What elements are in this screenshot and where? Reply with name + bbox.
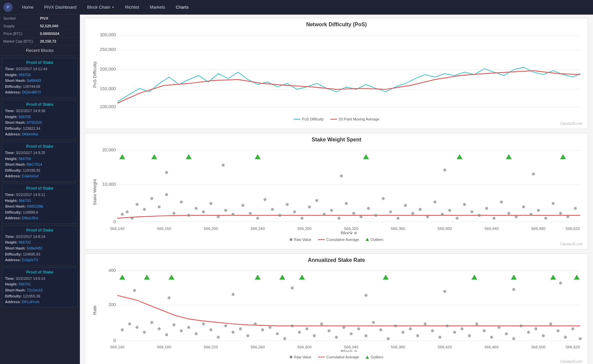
svg-marker-205 bbox=[550, 274, 556, 279]
svg-point-45 bbox=[224, 209, 227, 212]
block-hash-link[interactable]: f2791025 bbox=[27, 120, 42, 124]
navbar: P Home PIVX Dashboard Block Chain ▼ Rich… bbox=[0, 0, 593, 15]
nav-home[interactable]: Home bbox=[17, 0, 39, 15]
network-difficulty-section: Network Difficulty (PoS) 300,000 250,000… bbox=[85, 18, 588, 129]
svg-marker-202 bbox=[383, 274, 389, 279]
block-hash-link[interactable]: 548e045f bbox=[27, 246, 42, 250]
block-address-link[interactable]: DKbrmKix bbox=[22, 132, 39, 136]
block-card-type: Proof of Stake bbox=[5, 186, 75, 191]
svg-text:Rate: Rate bbox=[92, 305, 97, 315]
block-height-link[interactable]: 566704 bbox=[19, 157, 31, 161]
block-time: Time: 3/22/2017 14:9:38 bbox=[5, 108, 75, 114]
svg-point-125 bbox=[121, 328, 124, 331]
svg-point-154 bbox=[335, 336, 338, 339]
info-value: PIVX bbox=[37, 15, 80, 22]
svg-point-53 bbox=[286, 203, 289, 206]
info-row: Supply52,520,040 bbox=[0, 22, 80, 30]
svg-point-131 bbox=[165, 333, 168, 336]
annualized-stake-title: Annualized Stake Rate bbox=[90, 257, 583, 263]
legend-raw-label-sw: Raw Value bbox=[294, 238, 311, 242]
svg-point-62 bbox=[352, 212, 355, 215]
pos-difficulty-line-icon bbox=[294, 119, 300, 119]
nav-dashboard[interactable]: PIVX Dashboard bbox=[39, 0, 82, 15]
nav-blockchain[interactable]: Block Chain ▼ bbox=[82, 0, 120, 15]
block-card-type: Proof of Stake bbox=[5, 144, 75, 149]
svg-point-170 bbox=[453, 331, 456, 334]
block-difficulty: Difficulty: 119190.26 bbox=[5, 168, 75, 174]
block-hash-link[interactable]: 72c2ec15 bbox=[27, 288, 43, 292]
svg-point-153 bbox=[328, 329, 331, 332]
block-address: Address: DFLuFrrxh bbox=[5, 299, 75, 305]
svg-point-168 bbox=[439, 336, 442, 339]
svg-point-192 bbox=[365, 294, 368, 297]
nav-markets[interactable]: Markets bbox=[145, 0, 170, 15]
block-height-link[interactable]: 566701 bbox=[19, 282, 31, 286]
svg-point-139 bbox=[224, 324, 227, 327]
block-hash-link[interactable]: 6fe17514 bbox=[27, 162, 42, 166]
svg-text:566,440: 566,440 bbox=[484, 227, 499, 231]
annualized-stake-chart: Rate 400 200 0 566,140 566,180 566,220 5… bbox=[90, 266, 583, 352]
block-card: Proof of Stake Time: 3/22/2017 14:9:25 H… bbox=[2, 142, 78, 182]
stake-weight-svg: Stake Weight 20,000 10,000 0 566,140 566… bbox=[90, 145, 583, 234]
info-row: SymbolPIVX bbox=[0, 15, 80, 22]
svg-point-35 bbox=[150, 197, 153, 200]
svg-point-55 bbox=[301, 217, 304, 220]
svg-point-141 bbox=[239, 327, 242, 330]
svg-point-65 bbox=[374, 214, 377, 217]
nav-charts[interactable]: Charts bbox=[170, 0, 194, 15]
svg-point-88 bbox=[544, 217, 547, 220]
block-address-link[interactable]: DFLuFrrxh bbox=[22, 300, 40, 304]
svg-point-179 bbox=[520, 324, 523, 327]
svg-point-136 bbox=[202, 322, 205, 325]
block-card-type: Proof of Stake bbox=[5, 60, 75, 65]
svg-point-149 bbox=[298, 331, 301, 334]
svg-point-54 bbox=[293, 211, 296, 214]
svg-point-173 bbox=[475, 322, 478, 325]
svg-point-64 bbox=[367, 207, 370, 210]
block-time: Time: 3/22/2017 14:8:14 bbox=[5, 234, 75, 240]
svg-point-194 bbox=[512, 288, 515, 291]
svg-point-147 bbox=[283, 337, 286, 340]
svg-point-145 bbox=[268, 326, 271, 329]
svg-point-46 bbox=[231, 213, 234, 216]
block-card-type: Proof of Stake bbox=[5, 228, 75, 233]
block-hash-link[interactable]: 0af6fd93 bbox=[27, 79, 41, 83]
svg-text:Block #: Block # bbox=[341, 349, 357, 352]
block-hash-link[interactable]: 6965239b bbox=[27, 204, 43, 208]
svg-text:566,300: 566,300 bbox=[297, 345, 312, 349]
svg-marker-203 bbox=[471, 274, 477, 279]
svg-point-37 bbox=[165, 193, 168, 196]
svg-text:566,460: 566,460 bbox=[484, 345, 499, 349]
block-height-link[interactable]: 566705 bbox=[19, 115, 31, 119]
main-layout: SymbolPIVXSupply52,520,040Price (BTC)0.0… bbox=[0, 15, 593, 364]
svg-point-32 bbox=[131, 217, 134, 220]
svg-text:566,420: 566,420 bbox=[438, 345, 452, 349]
block-short-hash: Short Hash: 6fe17514 bbox=[5, 162, 75, 168]
svg-point-57 bbox=[315, 199, 318, 202]
svg-point-183 bbox=[549, 322, 552, 325]
svg-point-49 bbox=[256, 217, 259, 220]
nav-richlist[interactable]: Richlist bbox=[120, 0, 145, 15]
block-address-link[interactable]: DJaHxGvf bbox=[22, 174, 39, 178]
block-height-link[interactable]: 566703 bbox=[19, 199, 31, 203]
block-height-link[interactable]: 566706 bbox=[19, 73, 31, 77]
svg-point-66 bbox=[382, 197, 385, 200]
svg-point-169 bbox=[446, 324, 449, 327]
main-content: Network Difficulty (PoS) 300,000 250,000… bbox=[80, 15, 593, 364]
svg-point-84 bbox=[515, 215, 518, 218]
network-difficulty-chart: 300,000 250,000 200,000 150,000 100,000 … bbox=[90, 30, 583, 114]
block-address-link[interactable]: DJ1pIV73 bbox=[22, 258, 38, 262]
block-address-link[interactable]: DMuLlSnt bbox=[22, 216, 38, 220]
block-address-link[interactable]: DQ5mBR7f bbox=[22, 90, 41, 94]
info-row: Market Cap (BTC)29,150.72 bbox=[0, 38, 80, 45]
svg-text:200: 200 bbox=[109, 302, 116, 307]
svg-point-182 bbox=[542, 334, 545, 337]
legend-moving-avg-label: 20 Point Moving Average bbox=[339, 117, 379, 121]
svg-point-188 bbox=[133, 289, 136, 292]
block-time: Time: 3/22/2017 14:6:14 bbox=[5, 276, 75, 282]
block-height-link[interactable]: 566702 bbox=[19, 240, 31, 244]
block-height: Height: 566703 bbox=[5, 198, 75, 204]
svg-marker-206 bbox=[574, 274, 580, 279]
svg-point-191 bbox=[291, 286, 294, 289]
svg-point-185 bbox=[564, 336, 567, 339]
